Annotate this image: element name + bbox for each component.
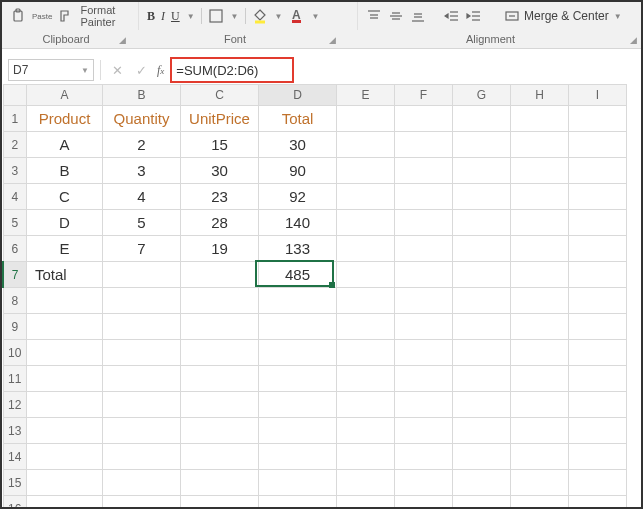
cell-H14[interactable] — [511, 444, 569, 470]
cell-C7[interactable] — [181, 262, 259, 288]
cell-G15[interactable] — [453, 470, 511, 496]
cell-I13[interactable] — [569, 418, 627, 444]
cell-F9[interactable] — [395, 314, 453, 340]
cell-C4[interactable]: 23 — [181, 184, 259, 210]
cell-I8[interactable] — [569, 288, 627, 314]
col-header-E[interactable]: E — [337, 85, 395, 106]
cell-E16[interactable] — [337, 496, 395, 508]
cell-A7[interactable]: Total — [27, 262, 103, 288]
cell-I9[interactable] — [569, 314, 627, 340]
cell-I1[interactable] — [569, 106, 627, 132]
cell-I6[interactable] — [569, 236, 627, 262]
cell-F10[interactable] — [395, 340, 453, 366]
cell-H1[interactable] — [511, 106, 569, 132]
format-painter-label[interactable]: Format Painter — [80, 4, 130, 28]
cell-I5[interactable] — [569, 210, 627, 236]
cell-F16[interactable] — [395, 496, 453, 508]
row-header-3[interactable]: 3 — [3, 158, 27, 184]
col-header-I[interactable]: I — [569, 85, 627, 106]
cell-E15[interactable] — [337, 470, 395, 496]
dialog-launcher-icon[interactable]: ◢ — [119, 35, 126, 45]
cell-D14[interactable] — [259, 444, 337, 470]
cell-F7[interactable] — [395, 262, 453, 288]
cell-G7[interactable] — [453, 262, 511, 288]
cell-B9[interactable] — [103, 314, 181, 340]
cell-A9[interactable] — [27, 314, 103, 340]
cell-B12[interactable] — [103, 392, 181, 418]
cell-H16[interactable] — [511, 496, 569, 508]
cell-E7[interactable] — [337, 262, 395, 288]
cell-F3[interactable] — [395, 158, 453, 184]
italic-button[interactable]: I — [161, 9, 165, 24]
cell-G9[interactable] — [453, 314, 511, 340]
cell-E14[interactable] — [337, 444, 395, 470]
increase-indent-icon[interactable] — [466, 8, 482, 24]
col-header-H[interactable]: H — [511, 85, 569, 106]
cell-H2[interactable] — [511, 132, 569, 158]
cell-H4[interactable] — [511, 184, 569, 210]
cell-G3[interactable] — [453, 158, 511, 184]
cell-G4[interactable] — [453, 184, 511, 210]
cell-D2[interactable]: 30 — [259, 132, 337, 158]
cell-H8[interactable] — [511, 288, 569, 314]
col-header-C[interactable]: C — [181, 85, 259, 106]
cell-A1[interactable]: Product — [27, 106, 103, 132]
cell-A5[interactable]: D — [27, 210, 103, 236]
cell-F13[interactable] — [395, 418, 453, 444]
cell-H15[interactable] — [511, 470, 569, 496]
cell-D1[interactable]: Total — [259, 106, 337, 132]
cell-H6[interactable] — [511, 236, 569, 262]
cell-E2[interactable] — [337, 132, 395, 158]
cell-B11[interactable] — [103, 366, 181, 392]
cell-B16[interactable] — [103, 496, 181, 508]
row-header-4[interactable]: 4 — [3, 184, 27, 210]
cell-A4[interactable]: C — [27, 184, 103, 210]
cell-G8[interactable] — [453, 288, 511, 314]
cell-F5[interactable] — [395, 210, 453, 236]
cell-B13[interactable] — [103, 418, 181, 444]
fx-icon[interactable]: fx — [157, 63, 164, 78]
row-header-7[interactable]: 7 — [3, 262, 27, 288]
cell-G14[interactable] — [453, 444, 511, 470]
cell-F12[interactable] — [395, 392, 453, 418]
cell-C5[interactable]: 28 — [181, 210, 259, 236]
chevron-down-icon[interactable]: ▼ — [311, 12, 319, 21]
cell-H7[interactable] — [511, 262, 569, 288]
cell-E12[interactable] — [337, 392, 395, 418]
row-header-14[interactable]: 14 — [3, 444, 27, 470]
cell-G1[interactable] — [453, 106, 511, 132]
cell-E11[interactable] — [337, 366, 395, 392]
cell-G5[interactable] — [453, 210, 511, 236]
cell-D11[interactable] — [259, 366, 337, 392]
paste-icon[interactable] — [10, 8, 26, 24]
cell-G12[interactable] — [453, 392, 511, 418]
row-header-13[interactable]: 13 — [3, 418, 27, 444]
cell-D8[interactable] — [259, 288, 337, 314]
cell-G2[interactable] — [453, 132, 511, 158]
row-header-12[interactable]: 12 — [3, 392, 27, 418]
cell-A11[interactable] — [27, 366, 103, 392]
cell-A16[interactable] — [27, 496, 103, 508]
row-header-16[interactable]: 16 — [3, 496, 27, 508]
cell-I4[interactable] — [569, 184, 627, 210]
col-header-A[interactable]: A — [27, 85, 103, 106]
cell-C13[interactable] — [181, 418, 259, 444]
cell-D4[interactable]: 92 — [259, 184, 337, 210]
cell-H13[interactable] — [511, 418, 569, 444]
decrease-indent-icon[interactable] — [444, 8, 460, 24]
cell-E5[interactable] — [337, 210, 395, 236]
cell-F4[interactable] — [395, 184, 453, 210]
cell-B6[interactable]: 7 — [103, 236, 181, 262]
cell-C14[interactable] — [181, 444, 259, 470]
row-header-15[interactable]: 15 — [3, 470, 27, 496]
cell-H5[interactable] — [511, 210, 569, 236]
cell-H9[interactable] — [511, 314, 569, 340]
cell-I16[interactable] — [569, 496, 627, 508]
cell-A8[interactable] — [27, 288, 103, 314]
cell-C2[interactable]: 15 — [181, 132, 259, 158]
row-header-1[interactable]: 1 — [3, 106, 27, 132]
chevron-down-icon[interactable]: ▼ — [81, 66, 89, 75]
col-header-F[interactable]: F — [395, 85, 453, 106]
cell-B14[interactable] — [103, 444, 181, 470]
cell-C3[interactable]: 30 — [181, 158, 259, 184]
